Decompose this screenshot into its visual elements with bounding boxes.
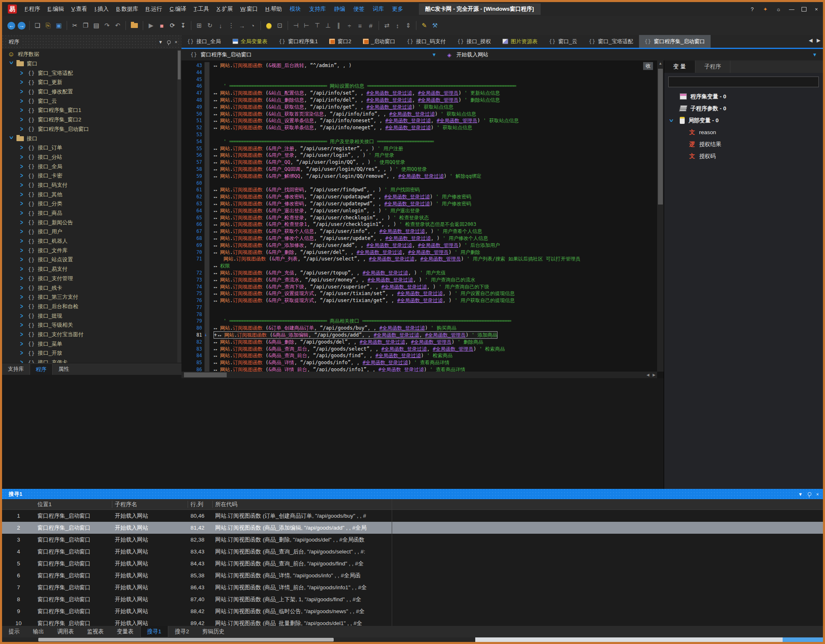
fold-margin[interactable] <box>205 304 209 311</box>
chevron-right-icon[interactable]: > <box>20 98 25 105</box>
chevron-right-icon[interactable]: > <box>20 321 25 329</box>
line-number[interactable]: 59 <box>181 173 205 180</box>
code-line-content[interactable]: ▸▸网站.订阅视图函数 (&商品_详情, “/api/goods/info”, … <box>214 359 450 366</box>
search-row-9[interactable]: 9窗口程序集_启动窗口开始载入网站88,42网站.订阅视图函数 (商品_临时公告… <box>2 605 823 617</box>
chevron-right-icon[interactable]: > <box>20 312 25 319</box>
search-pin-icon[interactable] <box>808 492 811 496</box>
line-number[interactable]: 48 <box>181 97 205 104</box>
code-line-67[interactable]: 67▸▸网站.订阅视图函数 (&用户_获取个人信息, “/api/user/in… <box>181 228 656 235</box>
line-number[interactable]: 81↓ <box>181 332 205 339</box>
fold-margin[interactable] <box>205 131 209 138</box>
doc-tab-8[interactable]: {}窗口_云 <box>543 35 583 48</box>
chevron-right-icon[interactable]: > <box>20 265 25 273</box>
code-line-content[interactable]: ▸▸网站.订阅视图函数 (&商品_查询_前台, “/api/goods/find… <box>214 352 453 359</box>
code-line-content[interactable]: ▸▸权限 <box>214 263 230 270</box>
chevron-right-icon[interactable]: > <box>20 228 25 235</box>
search-dropdown-icon[interactable]: ▼ <box>798 492 803 497</box>
variable-item-0[interactable]: 程序集变量 - 0 <box>664 91 823 102</box>
tree-item-33[interactable]: >{}接口_充值卡 <box>2 358 177 363</box>
line-number[interactable]: 66 <box>181 221 205 228</box>
code-line-content[interactable]: ▸▸网站.订阅视图函数 (&用户_退出登录, “/api/user/unlogi… <box>214 207 420 214</box>
code-line-content[interactable]: ▸▸网站.订阅视图函数 (&用户_设置提现方式, “/api/user/tixi… <box>214 290 515 297</box>
menu-item-0[interactable]: F.程序 <box>25 5 40 13</box>
code-line-72[interactable]: 72▸▸网站.订阅视图函数 (&用户_充值, “/api/user/topup”… <box>181 270 656 277</box>
chevron-right-icon[interactable]: > <box>20 219 25 226</box>
code-line-58[interactable]: 58▸▸网站.订阅视图函数 (&用户_QQ回调, “/api/user/logi… <box>181 166 656 173</box>
tree-item-17[interactable]: >{}接口_商品 <box>2 209 177 218</box>
doc-tab-2[interactable]: {}窗口程序集1 <box>273 35 324 48</box>
line-number[interactable]: 70 <box>181 249 205 256</box>
line-number[interactable]: 74 <box>181 284 205 291</box>
code-line-content[interactable]: ▸▸网站.订阅视图函数 (&用户_充值, “/api/user/topup”, … <box>214 270 446 277</box>
chevron-right-icon[interactable]: > <box>20 163 25 170</box>
open-folder-icon[interactable] <box>131 23 138 28</box>
line-number[interactable]: 58 <box>181 166 205 173</box>
chevron-right-icon[interactable]: > <box>20 126 25 133</box>
doc-tab-7[interactable]: 图片资源表 <box>497 35 543 48</box>
col-header-0[interactable]: 位置1 <box>35 501 112 508</box>
fold-margin[interactable] <box>205 290 209 297</box>
fold-margin[interactable] <box>205 339 209 346</box>
fold-margin[interactable] <box>205 117 209 124</box>
pin-icon[interactable] <box>167 40 171 44</box>
chevron-right-icon[interactable]: > <box>20 237 25 245</box>
tree-item-0[interactable]: ☺程序数据 <box>2 50 177 59</box>
code-line-57[interactable]: 57▸▸网站.订阅视图函数 (&用户_QQ, “/api/user/login/… <box>181 159 656 166</box>
align-right-icon[interactable]: ⊢ <box>301 22 312 29</box>
code-line-content[interactable]: ▸▸网站.订阅视图函数 (&用户_QQ回调, “/api/user/login/… <box>214 166 427 173</box>
code-line-56[interactable]: 56▸▸网站.订阅视图函数 (&用户_登录, “/api/user/login”… <box>181 152 656 159</box>
line-number[interactable]: 63 <box>181 200 205 207</box>
tree-item-18[interactable]: >{}接口_新闻公告 <box>2 218 177 227</box>
tree-item-9[interactable]: >接口 <box>2 134 177 143</box>
line-number[interactable]: 50 <box>181 111 205 118</box>
doc-tab-6[interactable]: {}接口_授权 <box>452 35 497 48</box>
code-line-content[interactable]: ' ══════════════════════════════════════… <box>214 318 511 325</box>
menu-extra-1[interactable]: 支持库 <box>309 5 326 13</box>
code-line-84[interactable]: 84▸▸网站.订阅视图函数 (&商品_查询_前台, “/api/goods/fi… <box>181 352 656 359</box>
swap-icon[interactable]: ⇄ <box>381 22 392 29</box>
code-line-61[interactable]: 61▸▸网站.订阅视图函数 (&用户_找回密码, “/api/user/find… <box>181 186 656 193</box>
code-line-74[interactable]: 74▸▸网站.订阅视图函数 (&用户_查询下级, “/api/user/supe… <box>181 284 656 291</box>
chevron-right-icon[interactable]: > <box>20 153 25 161</box>
col-header-3[interactable]: 所在代码 <box>213 501 823 508</box>
variables-tab-0[interactable]: 变 量 <box>664 60 695 73</box>
line-number[interactable]: 75 <box>181 290 205 297</box>
fold-margin[interactable] <box>205 346 209 353</box>
undo-icon[interactable]: ↶ <box>112 22 123 29</box>
code-line-content[interactable]: ▸▸网站.订阅视图函数 (&用户_QQ, “/api/user/login/QQ… <box>214 159 405 166</box>
variable-item-1[interactable]: 子程序参数 - 0 <box>664 102 823 114</box>
variable-item-2[interactable]: >局部变量 - 0 <box>664 114 823 126</box>
chevron-right-icon[interactable]: > <box>20 116 25 123</box>
tree-item-30[interactable]: >{}接口_支付宝当面付 <box>2 330 177 339</box>
fold-margin[interactable] <box>205 359 209 366</box>
panel-tab-3[interactable]: 监视表 <box>81 626 111 637</box>
bottom-hscroll-thumb[interactable] <box>38 638 334 642</box>
scroll-up-icon[interactable]: ▲ <box>657 60 664 67</box>
tree-item-5[interactable]: >{}窗口_云 <box>2 96 177 106</box>
fold-margin[interactable] <box>205 97 209 104</box>
search-row-6[interactable]: 6窗口程序集_启动窗口开始载入网站85,38网站.订阅视图函数 (商品_详情, … <box>2 570 823 581</box>
chevron-right-icon[interactable]: > <box>20 172 25 179</box>
fold-margin[interactable] <box>205 277 209 284</box>
line-number[interactable]: 54 <box>181 138 205 145</box>
left-panel-scrollbar[interactable] <box>177 50 181 363</box>
scroll-right-icon[interactable]: ▶ <box>653 372 655 378</box>
code-editor[interactable]: 收 43▸▸网站.订阅视图函数 (&视图_后台跳转, “^/admin”, , … <box>181 60 664 378</box>
chevron-right-icon[interactable]: > <box>20 247 25 254</box>
menu-extra-0[interactable]: 模块 <box>290 5 301 13</box>
col-header-1[interactable]: 子程序名 <box>112 501 188 508</box>
search-row-3[interactable]: 3窗口程序集_启动窗口开始载入网站82,38网站.订阅视图函数 (商品_删除, … <box>2 534 823 546</box>
maximize-button[interactable] <box>802 7 806 12</box>
code-line-content[interactable]: ▸▸网站.订阅视图函数 (&站点_删除信息, “/api/info/del”, … <box>214 97 500 104</box>
menu-item-3[interactable]: I.插入 <box>95 5 109 13</box>
chevron-right-icon[interactable]: > <box>20 256 25 263</box>
fold-margin[interactable] <box>205 180 209 187</box>
subroutine-dropdown-icon[interactable]: ▼ <box>812 52 817 58</box>
code-line-62[interactable]: 62▸▸网站.订阅视图函数 (&用户_修改密码, “/api/user/upda… <box>181 193 656 200</box>
tree-item-11[interactable]: >{}接口_分站 <box>2 153 177 162</box>
menu-extra-2[interactable]: 静编 <box>334 5 345 13</box>
tree-item-3[interactable]: >{}窗口_更新 <box>2 78 177 87</box>
fold-margin[interactable] <box>205 235 209 242</box>
code-line-content[interactable]: ▸▸网站.订阅视图函数 (&商品_删除, “/api/goods/del”, ,… <box>214 339 483 346</box>
code-line-content[interactable]: ▸▸网站.订阅视图函数 (&订单_创建商品订单, “/api/goods/buy… <box>214 325 456 332</box>
